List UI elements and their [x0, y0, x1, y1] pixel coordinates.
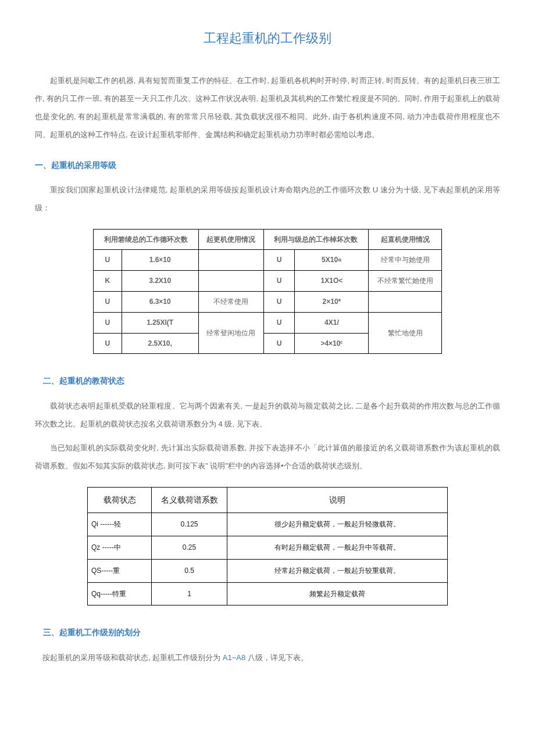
p1-highlight: A1~A8: [223, 653, 245, 662]
t1-h4: 起直机使用情况: [369, 229, 442, 250]
table-row: Qq-----特重 1 频繁起升额定载荷: [88, 582, 448, 605]
cell: 0.125: [152, 513, 227, 536]
cell: 经常中与她使用: [369, 250, 442, 271]
cell: 1: [152, 582, 227, 605]
cell: 5X10«: [295, 250, 369, 271]
cell: 1.6×10: [122, 250, 198, 271]
cell: 6.3×10: [122, 291, 198, 312]
p1-post: 八级，详见下表。: [245, 653, 308, 662]
cell: >4×10ᶜ: [295, 333, 369, 354]
t1-h1: 利用箬绫总的工作德环次数: [94, 229, 199, 250]
cell: U: [263, 250, 295, 271]
table-row: Qi ------轻 0.125 很少起升额定载荷，一般起升轻微载荷。: [88, 513, 448, 536]
load-state-table: 载荷状态 名义载荷谱系数 说明 Qi ------轻 0.125 很少起升额定载…: [87, 487, 448, 606]
cell: 1X1O<: [295, 271, 369, 292]
cell: 2.5X10,: [122, 333, 198, 354]
section-1-heading: 一、起重机的采用等级: [35, 156, 500, 175]
cell: Qz -----中: [88, 536, 152, 560]
section-3-heading: 三、起重机工作级别的划分: [43, 623, 500, 643]
cell: U: [263, 271, 295, 292]
page-title: 工程起重机的工作级别: [35, 23, 500, 54]
cell: 0.25: [152, 536, 227, 560]
cell: U: [94, 333, 122, 354]
cell: 4X1/: [295, 312, 369, 333]
cell: U: [263, 333, 295, 354]
cell: 有时起升额定载荷，一般起升中等载荷。: [227, 536, 448, 560]
t2-h2: 名义载荷谱系数: [152, 487, 227, 513]
table-row: K 3.2X10 U 1X1O< 不经常繁忙她使用: [94, 271, 442, 292]
cell: 1.25Xl(T: [122, 312, 198, 333]
cell: 经常起升额定载荷，一般起升较重载荷。: [227, 559, 448, 582]
cell: U: [94, 250, 122, 271]
cell: Qi ------轻: [88, 513, 152, 536]
cell: U: [263, 312, 295, 333]
section-2-p2: 当已知起重机的实际载荷变化时, 先计算出实际载荷谱系数, 并按下表选择不小「此计…: [35, 439, 500, 475]
t2-h1: 载荷状态: [88, 487, 152, 513]
cell: Qq-----特重: [88, 582, 152, 605]
t2-h3: 说明: [227, 487, 448, 513]
cell: U: [94, 312, 122, 333]
cell: QS-----重: [88, 559, 152, 582]
section-3-p1: 按起重机的采用等级和载荷状态, 起重机工作级别分为 A1~A8 八级，详见下表。: [35, 648, 500, 667]
cell: 2×10*: [295, 291, 369, 312]
table-row: U 1.6×10 U 5X10« 经常中与她使用: [94, 250, 442, 271]
cell: K: [94, 271, 122, 292]
cell: 很少起升额定载荷，一般起升轻微载荷。: [227, 513, 448, 536]
cell: U: [263, 291, 295, 312]
cell: 经常登闲地位用: [198, 312, 263, 354]
section-2-heading: 二、起重机的教荷状态: [43, 371, 500, 391]
table-row: 利用箬绫总的工作德环次数 起更机使用情况 利用与级总的工作棹坏次数 起直机使用情…: [94, 229, 442, 250]
cell: [198, 250, 263, 271]
cell: 不经常使用: [198, 291, 263, 312]
table-row: U 6.3×10 不经常使用 U 2×10*: [94, 291, 442, 312]
cell: [198, 271, 263, 292]
cell: [369, 291, 442, 312]
cell: U: [94, 291, 122, 312]
cell: 不经常繁忙她使用: [369, 271, 442, 292]
table-row: 载荷状态 名义载荷谱系数 说明: [88, 487, 448, 513]
usage-level-table: 利用箬绫总的工作德环次数 起更机使用情况 利用与级总的工作棹坏次数 起直机使用情…: [93, 229, 442, 354]
table-row: QS-----重 0.5 经常起升额定载荷，一般起升较重载荷。: [88, 559, 448, 582]
cell: 繁忙地使用: [369, 312, 442, 354]
table-row: Qz -----中 0.25 有时起升额定载荷，一般起升中等载荷。: [88, 536, 448, 560]
cell: 0.5: [152, 559, 227, 582]
t1-h3: 利用与级总的工作棹坏次数: [263, 229, 369, 250]
cell: 3.2X10: [122, 271, 198, 292]
cell: 频繁起升额定载荷: [227, 582, 448, 605]
t1-h2: 起更机使用情况: [198, 229, 263, 250]
p1-pre: 按起重机的采用等级和载荷状态, 起重机工作级别分为: [42, 653, 223, 662]
intro-paragraph: 起重机是间歇工作的机器, 具有短暂而重复工作的特征。在工作时, 起重机各机构时开…: [35, 71, 500, 144]
section-2-p1: 载荷状态表明起重机受载的轻重程度。它与两个因素有关, 一是起升的载荷与额定载荷之…: [35, 397, 500, 433]
section-1-p1: 重按我们国家起重机设计法律规范, 起重机的采用等级按起重机设计寿命期内总的工作循…: [35, 181, 500, 217]
table-row: U 1.25Xl(T 经常登闲地位用 U 4X1/ 繁忙地使用: [94, 312, 442, 333]
